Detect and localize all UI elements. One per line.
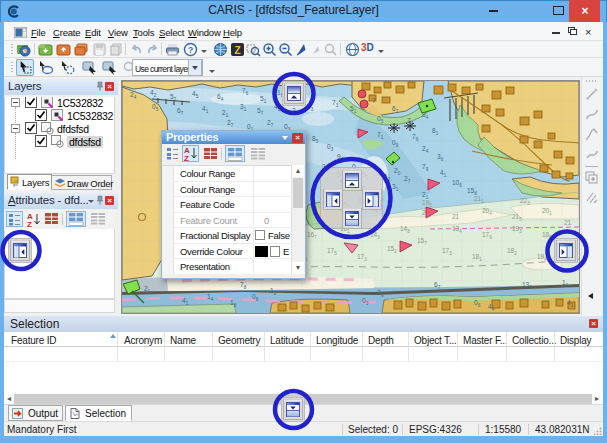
svg-text:21: 21	[564, 219, 572, 226]
svg-text:21: 21	[452, 213, 460, 220]
svg-text:Z: Z	[27, 220, 32, 228]
svg-text:?: ?	[188, 45, 194, 55]
svg-text:Z: Z	[184, 154, 189, 162]
svg-text:Z: Z	[234, 45, 240, 56]
svg-text:7: 7	[372, 97, 376, 104]
